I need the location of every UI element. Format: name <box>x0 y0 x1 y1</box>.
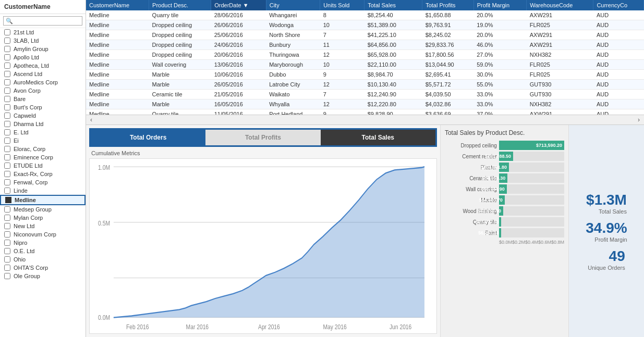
sidebar-item[interactable]: Niconovum Corp <box>0 230 86 239</box>
sidebar-item[interactable]: 3LAB, Ltd <box>0 36 86 45</box>
sidebar-checkbox[interactable] <box>4 179 10 185</box>
table-header[interactable]: WarehouseCode <box>527 0 593 10</box>
table-cell: AXW291 <box>527 109 593 115</box>
total-sales-button[interactable]: Total Sales <box>321 130 435 145</box>
sidebar-checkbox[interactable] <box>4 163 10 169</box>
sidebar-item[interactable]: Mylan Corp <box>0 214 86 222</box>
sidebar-checkbox[interactable] <box>4 265 10 271</box>
sidebar-item[interactable]: Eminence Corp <box>0 153 86 161</box>
sidebar-checkbox[interactable] <box>4 71 10 77</box>
sidebar-item[interactable]: Ohio <box>0 255 86 264</box>
sidebar-checkbox[interactable] <box>4 38 10 44</box>
sidebar-checkbox[interactable] <box>4 63 10 69</box>
svg-text:0.0M: 0.0M <box>98 314 110 322</box>
sidebar-checkbox[interactable] <box>4 46 10 52</box>
sidebar-checkbox[interactable] <box>4 96 10 102</box>
table-nav-left[interactable]: ‹ <box>88 116 94 123</box>
sidebar-checkbox[interactable] <box>4 54 10 60</box>
table-header[interactable]: Total Profits <box>422 0 474 10</box>
table-row[interactable]: MedlineQuarry tile11/05/2016Port Hedland… <box>86 109 644 115</box>
sidebar-checkbox[interactable] <box>4 188 10 194</box>
table-row[interactable]: MedlineDropped ceiling20/06/2016Thuringo… <box>86 50 644 60</box>
sidebar-item[interactable]: AuroMedics Corp <box>0 78 86 86</box>
sidebar-checkbox[interactable] <box>4 79 10 85</box>
table-row[interactable]: MedlineDropped ceiling25/06/2016North Sh… <box>86 30 644 40</box>
table-cell: $9,763.91 <box>422 20 474 30</box>
sidebar-item[interactable]: New Ltd <box>0 222 86 230</box>
table-row[interactable]: MedlineCeramic tile21/05/2016Waikato7$12… <box>86 90 644 99</box>
sidebar-item-label: OHTA'S Corp <box>14 265 48 271</box>
right-panels: Total Sales by Product Desc. Dropped cei… <box>441 125 644 337</box>
sidebar-item[interactable]: Apollo Ltd <box>0 53 86 61</box>
total-profits-button[interactable]: Total Profits <box>205 130 320 145</box>
sidebar-item[interactable]: Linde <box>0 186 86 195</box>
sidebar-item[interactable]: Amylin Group <box>0 45 86 53</box>
sidebar-item[interactable]: Dharma Ltd <box>0 120 86 128</box>
sidebar-checkbox[interactable] <box>4 273 10 279</box>
table-row[interactable]: MedlineQuarry tile28/06/2016Whangarei8$8… <box>86 10 644 20</box>
table-row[interactable]: MedlineMarble26/05/2016Latrobe City12$10… <box>86 80 644 90</box>
sidebar-item[interactable]: Medline <box>0 195 86 205</box>
bar-fill: $6,251.10 <box>499 228 501 238</box>
table-header[interactable]: Product Desc. <box>149 0 211 10</box>
table-row[interactable]: MedlineMarble16/05/2016Whyalla12$12,220.… <box>86 99 644 109</box>
sidebar-item[interactable]: E. Ltd <box>0 128 86 136</box>
sidebar-item[interactable]: Burt's Corp <box>0 103 86 111</box>
table-header[interactable]: Profit Margin <box>473 0 527 10</box>
table-cell: AUD <box>593 109 644 115</box>
sidebar-item[interactable]: ETUDE Ltd <box>0 161 86 170</box>
sidebar-checkbox[interactable] <box>4 129 10 135</box>
table-header[interactable]: Total Sales <box>364 0 422 10</box>
search-input[interactable] <box>3 16 82 26</box>
sidebar-checkbox[interactable] <box>4 171 10 177</box>
table-cell: $12,240.90 <box>364 90 422 99</box>
table-cell: Latrobe City <box>266 80 320 90</box>
sidebar-checkbox[interactable] <box>4 206 10 213</box>
sidebar-checkbox[interactable] <box>4 138 10 144</box>
table-header[interactable]: CustomerName <box>86 0 149 10</box>
table-cell: Whyalla <box>266 99 320 109</box>
table-nav-right[interactable]: › <box>636 116 642 123</box>
total-orders-button[interactable]: Total Orders <box>91 130 205 145</box>
sidebar-item[interactable]: O.E. Ltd <box>0 247 86 255</box>
table-header[interactable]: Units Sold <box>320 0 364 10</box>
table-header[interactable]: City <box>266 0 320 10</box>
sidebar-item[interactable]: Ei <box>0 136 86 145</box>
sidebar-checkbox[interactable] <box>4 121 10 127</box>
sidebar-item[interactable]: Exact-Rx, Corp <box>0 170 86 178</box>
sidebar-item[interactable]: Apotheca, Ltd <box>0 61 86 70</box>
table-cell: 24/06/2016 <box>211 40 266 50</box>
sidebar-checkbox[interactable] <box>4 240 10 246</box>
sidebar-checkbox[interactable] <box>4 104 10 110</box>
sidebar-checkbox[interactable] <box>4 154 10 160</box>
table-wrapper[interactable]: CustomerNameProduct Desc.OrderDate ▼City… <box>86 0 644 115</box>
table-row[interactable]: MedlineDropped ceiling26/06/2016Wodonga1… <box>86 20 644 30</box>
sidebar-checkbox[interactable] <box>4 215 10 221</box>
sidebar-checkbox[interactable] <box>4 88 10 94</box>
table-row[interactable]: MedlineWall covering13/06/2016Maryboroug… <box>86 60 644 70</box>
sidebar-item[interactable]: Elorac, Corp <box>0 145 86 153</box>
table-row[interactable]: MedlineMarble10/06/2016Dubbo9$8,984.70$2… <box>86 70 644 80</box>
table-header[interactable]: OrderDate ▼ <box>211 0 266 10</box>
table-row[interactable]: MedlineDropped ceiling24/06/2016Bunbury1… <box>86 40 644 50</box>
table-cell: AUD <box>593 99 644 109</box>
sidebar-item[interactable]: Medsep Group <box>0 205 86 214</box>
sidebar-checkbox[interactable] <box>4 248 10 254</box>
sidebar-item[interactable]: Bare <box>0 95 86 103</box>
sidebar-item[interactable]: Ole Group <box>0 272 86 280</box>
sidebar-checkbox[interactable] <box>4 113 10 119</box>
sidebar-item[interactable]: Ascend Ltd <box>0 70 86 78</box>
sidebar-checkbox[interactable] <box>4 256 10 263</box>
sidebar-checkbox[interactable] <box>4 29 10 35</box>
sidebar-item[interactable]: Capweld <box>0 111 86 120</box>
table-header[interactable]: CurrencyCo <box>593 0 644 10</box>
sidebar-checkbox[interactable] <box>4 231 10 238</box>
sidebar-item[interactable]: OHTA'S Corp <box>0 264 86 272</box>
sidebar-checkbox[interactable] <box>4 146 10 152</box>
sidebar-item[interactable]: Fenwal, Corp <box>0 178 86 186</box>
sidebar-checkbox[interactable] <box>4 223 10 229</box>
sidebar-item[interactable]: 21st Ltd <box>0 28 86 36</box>
sidebar-item[interactable]: Nipro <box>0 239 86 247</box>
sidebar-item[interactable]: Avon Corp <box>0 86 86 95</box>
table-cell: 7 <box>320 90 364 99</box>
